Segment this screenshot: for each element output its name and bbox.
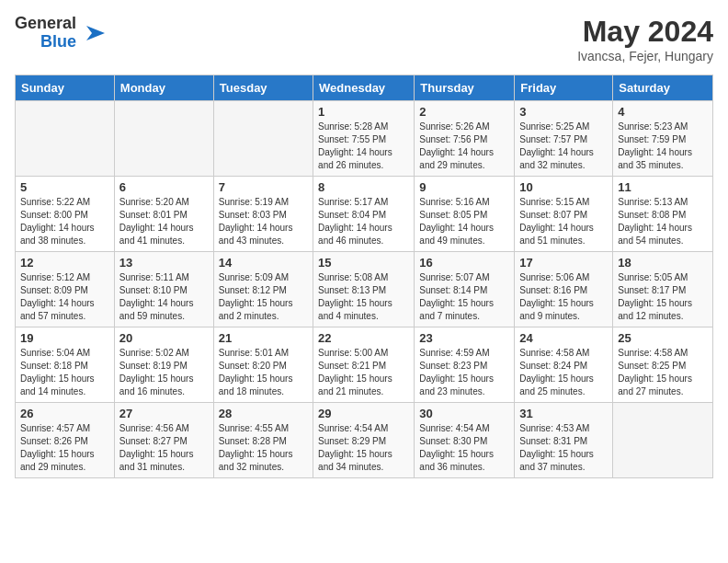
day-number: 10 [519, 180, 608, 194]
calendar-cell: 24Sunrise: 4:58 AMSunset: 8:24 PMDayligh… [515, 327, 613, 403]
calendar-cell: 28Sunrise: 4:55 AMSunset: 8:28 PMDayligh… [213, 403, 313, 478]
calendar-cell: 5Sunrise: 5:22 AMSunset: 8:00 PMDaylight… [16, 177, 115, 252]
day-info: Sunrise: 5:09 AMSunset: 8:12 PMDaylight:… [219, 271, 308, 323]
day-info: Sunrise: 4:58 AMSunset: 8:24 PMDaylight:… [519, 347, 608, 398]
day-number: 21 [219, 331, 308, 345]
day-number: 30 [419, 407, 509, 420]
calendar-cell: 11Sunrise: 5:13 AMSunset: 8:08 PMDayligh… [613, 177, 713, 252]
calendar-table: SundayMondayTuesdayWednesdayThursdayFrid… [15, 75, 713, 478]
day-info: Sunrise: 5:05 AMSunset: 8:17 PMDaylight:… [618, 271, 708, 323]
day-number: 26 [20, 407, 109, 420]
calendar-cell: 20Sunrise: 5:02 AMSunset: 8:19 PMDayligh… [114, 327, 213, 403]
day-info: Sunrise: 5:23 AMSunset: 7:59 PMDaylight:… [618, 121, 708, 172]
day-number: 3 [519, 105, 608, 119]
day-number: 19 [20, 331, 109, 345]
calendar-cell: 23Sunrise: 4:59 AMSunset: 8:23 PMDayligh… [415, 327, 515, 403]
calendar-cell: 27Sunrise: 4:56 AMSunset: 8:27 PMDayligh… [114, 403, 213, 478]
day-number: 20 [119, 331, 209, 345]
calendar-cell: 19Sunrise: 5:04 AMSunset: 8:18 PMDayligh… [16, 327, 115, 403]
calendar-header-monday: Monday [114, 75, 213, 101]
calendar-cell: 29Sunrise: 4:54 AMSunset: 8:29 PMDayligh… [313, 403, 415, 478]
day-info: Sunrise: 5:22 AMSunset: 8:00 PMDaylight:… [20, 196, 109, 247]
svg-marker-0 [86, 26, 105, 40]
day-info: Sunrise: 4:53 AMSunset: 8:31 PMDaylight:… [519, 422, 608, 474]
location: Ivancsa, Fejer, Hungary [577, 49, 713, 63]
day-number: 1 [318, 105, 409, 119]
calendar-cell: 6Sunrise: 5:20 AMSunset: 8:01 PMDaylight… [114, 177, 213, 252]
day-number: 31 [519, 407, 608, 420]
day-info: Sunrise: 5:20 AMSunset: 8:01 PMDaylight:… [119, 196, 209, 247]
day-info: Sunrise: 4:59 AMSunset: 8:23 PMDaylight:… [419, 347, 509, 398]
calendar-cell: 8Sunrise: 5:17 AMSunset: 8:04 PMDaylight… [313, 177, 415, 252]
day-info: Sunrise: 5:26 AMSunset: 7:56 PMDaylight:… [419, 121, 509, 172]
calendar-cell: 4Sunrise: 5:23 AMSunset: 7:59 PMDaylight… [613, 101, 713, 177]
calendar-header-row: SundayMondayTuesdayWednesdayThursdayFrid… [16, 75, 713, 101]
calendar-week-row: 1Sunrise: 5:28 AMSunset: 7:55 PMDaylight… [16, 101, 713, 177]
calendar-cell: 12Sunrise: 5:12 AMSunset: 8:09 PMDayligh… [16, 252, 115, 327]
calendar-cell [213, 101, 313, 177]
title-area: May 2024 Ivancsa, Fejer, Hungary [577, 15, 713, 63]
day-info: Sunrise: 5:00 AMSunset: 8:21 PMDaylight:… [318, 347, 409, 398]
day-number: 15 [318, 256, 409, 270]
calendar-cell: 30Sunrise: 4:54 AMSunset: 8:30 PMDayligh… [415, 403, 515, 478]
day-number: 22 [318, 331, 409, 345]
day-info: Sunrise: 4:57 AMSunset: 8:26 PMDaylight:… [20, 422, 109, 474]
day-number: 5 [20, 180, 109, 194]
day-number: 12 [20, 256, 109, 270]
calendar-cell: 31Sunrise: 4:53 AMSunset: 8:31 PMDayligh… [515, 403, 613, 478]
logo-icon [79, 18, 108, 48]
calendar-cell: 15Sunrise: 5:08 AMSunset: 8:13 PMDayligh… [313, 252, 415, 327]
day-number: 23 [419, 331, 509, 345]
day-number: 18 [618, 256, 708, 270]
calendar-cell: 9Sunrise: 5:16 AMSunset: 8:05 PMDaylight… [415, 177, 515, 252]
calendar-cell: 2Sunrise: 5:26 AMSunset: 7:56 PMDaylight… [415, 101, 515, 177]
calendar-cell [613, 403, 713, 478]
day-number: 14 [219, 256, 308, 270]
logo: General Blue [15, 15, 108, 52]
day-number: 17 [519, 256, 608, 270]
day-info: Sunrise: 5:07 AMSunset: 8:14 PMDaylight:… [419, 271, 509, 323]
calendar-cell: 22Sunrise: 5:00 AMSunset: 8:21 PMDayligh… [313, 327, 415, 403]
day-number: 28 [219, 407, 308, 420]
calendar-header-sunday: Sunday [16, 75, 115, 101]
day-number: 4 [618, 105, 708, 119]
calendar-cell: 18Sunrise: 5:05 AMSunset: 8:17 PMDayligh… [613, 252, 713, 327]
day-info: Sunrise: 5:19 AMSunset: 8:03 PMDaylight:… [219, 196, 308, 247]
day-info: Sunrise: 5:04 AMSunset: 8:18 PMDaylight:… [20, 347, 109, 398]
calendar-cell: 1Sunrise: 5:28 AMSunset: 7:55 PMDaylight… [313, 101, 415, 177]
calendar-week-row: 19Sunrise: 5:04 AMSunset: 8:18 PMDayligh… [16, 327, 713, 403]
logo-general: General [15, 15, 76, 33]
day-info: Sunrise: 5:15 AMSunset: 8:07 PMDaylight:… [519, 196, 608, 247]
day-info: Sunrise: 4:54 AMSunset: 8:30 PMDaylight:… [419, 422, 509, 474]
calendar-cell: 26Sunrise: 4:57 AMSunset: 8:26 PMDayligh… [16, 403, 115, 478]
calendar-header-wednesday: Wednesday [313, 75, 415, 101]
day-number: 27 [119, 407, 209, 420]
day-info: Sunrise: 4:58 AMSunset: 8:25 PMDaylight:… [618, 347, 708, 398]
day-info: Sunrise: 5:25 AMSunset: 7:57 PMDaylight:… [519, 121, 608, 172]
calendar-cell: 10Sunrise: 5:15 AMSunset: 8:07 PMDayligh… [515, 177, 613, 252]
day-info: Sunrise: 4:56 AMSunset: 8:27 PMDaylight:… [119, 422, 209, 474]
calendar-week-row: 5Sunrise: 5:22 AMSunset: 8:00 PMDaylight… [16, 177, 713, 252]
calendar-header-tuesday: Tuesday [213, 75, 313, 101]
calendar-cell [16, 101, 115, 177]
calendar-cell: 16Sunrise: 5:07 AMSunset: 8:14 PMDayligh… [415, 252, 515, 327]
day-number: 24 [519, 331, 608, 345]
day-info: Sunrise: 5:12 AMSunset: 8:09 PMDaylight:… [20, 271, 109, 323]
day-info: Sunrise: 4:55 AMSunset: 8:28 PMDaylight:… [219, 422, 308, 474]
logo-blue: Blue [40, 33, 76, 52]
day-number: 25 [618, 331, 708, 345]
calendar-cell: 17Sunrise: 5:06 AMSunset: 8:16 PMDayligh… [515, 252, 613, 327]
calendar-header-friday: Friday [515, 75, 613, 101]
day-number: 9 [419, 180, 509, 194]
day-info: Sunrise: 5:13 AMSunset: 8:08 PMDaylight:… [618, 196, 708, 247]
day-info: Sunrise: 5:17 AMSunset: 8:04 PMDaylight:… [318, 196, 409, 247]
day-number: 11 [618, 180, 708, 194]
day-number: 8 [318, 180, 409, 194]
calendar-header-saturday: Saturday [613, 75, 713, 101]
day-number: 2 [419, 105, 509, 119]
calendar-cell [114, 101, 213, 177]
day-info: Sunrise: 5:11 AMSunset: 8:10 PMDaylight:… [119, 271, 209, 323]
day-number: 6 [119, 180, 209, 194]
calendar-header-thursday: Thursday [415, 75, 515, 101]
calendar-cell: 7Sunrise: 5:19 AMSunset: 8:03 PMDaylight… [213, 177, 313, 252]
